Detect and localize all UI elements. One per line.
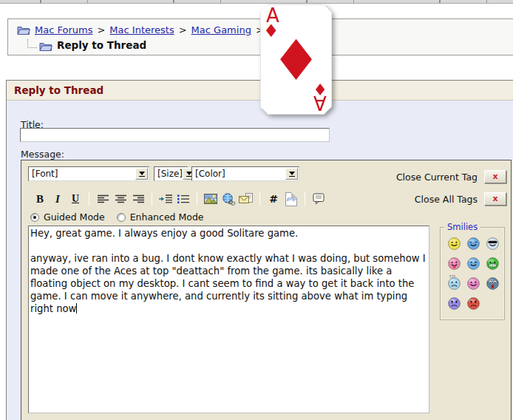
toolbar-separator (197, 192, 197, 206)
floating-card-wrapper: A ♦ ♦ ♦ A (260, 4, 332, 115)
align-center-icon (115, 194, 127, 204)
breadcrumb-current: Reply to Thread (57, 39, 146, 51)
globe-link-icon (222, 193, 236, 206)
smiley-confused-icon[interactable]: ??? (448, 277, 461, 290)
smiley-razz-icon[interactable] (448, 257, 461, 270)
php-code-button[interactable]: php (282, 192, 300, 206)
smiley-eek-icon[interactable] (486, 277, 499, 290)
toolbar-separator (89, 192, 89, 206)
indent-button[interactable] (157, 192, 174, 206)
email-icon (239, 193, 254, 205)
smiley-wink-icon[interactable] (467, 257, 480, 270)
align-left-icon (97, 194, 109, 204)
color-dropdown-value: [Color] (195, 169, 225, 179)
breadcrumb-link-mac-forums[interactable]: Mac Forums (35, 24, 92, 35)
breadcrumb-link-mac-interests[interactable]: Mac Interests (109, 24, 174, 35)
breadcrumb-separator: > (179, 24, 187, 35)
toolbar-separator (259, 192, 260, 206)
align-left-button[interactable] (94, 192, 112, 206)
font-dropdown[interactable]: [Font] (28, 166, 149, 181)
smiley-biggrin-icon[interactable] (486, 257, 499, 270)
breadcrumb-current-row: Reply to Thread (27, 39, 146, 51)
enhanced-mode-radio[interactable] (117, 213, 126, 222)
breadcrumb-separator: > (97, 24, 105, 35)
browser-chrome-edge (0, 0, 513, 4)
message-editor: [Font] [Size] [Color] Close Current Tag … (21, 160, 512, 420)
insert-link-button[interactable] (220, 192, 237, 206)
underline-button[interactable]: U (67, 192, 84, 206)
dropdown-button[interactable] (285, 168, 298, 180)
align-center-button[interactable] (112, 192, 129, 206)
quote-button[interactable] (310, 192, 327, 206)
message-label: Message: (21, 149, 64, 160)
smilies-legend: Smilies (444, 222, 480, 232)
color-dropdown[interactable]: [Color] (191, 166, 299, 181)
smilies-grid: ??? (441, 228, 504, 310)
message-text: Hey, great game. I always enjoy a good S… (30, 228, 429, 314)
indent-icon (158, 194, 173, 204)
guided-mode-radio[interactable] (30, 213, 39, 222)
chevron-down-icon (139, 172, 145, 175)
folder-icon (39, 41, 52, 51)
chevron-down-icon (289, 172, 295, 175)
size-dropdown-value: [Size] (157, 169, 183, 179)
smiley-sly-icon[interactable] (467, 237, 480, 250)
toolbar-separator (152, 192, 152, 206)
close-all-tags-button[interactable]: x (484, 192, 506, 206)
close-all-tags-label: Close All Tags (415, 194, 478, 205)
bold-button[interactable]: B (31, 192, 49, 206)
enhanced-mode-label: Enhanced Mode (130, 211, 204, 223)
text-caret (76, 303, 77, 314)
smiley-smile-icon[interactable] (448, 237, 461, 250)
close-current-tag-button[interactable]: x (484, 170, 506, 183)
dropdown-button[interactable] (135, 168, 148, 180)
toolbar-separator (305, 192, 305, 206)
hash-button[interactable]: # (265, 192, 282, 206)
unordered-list-icon (177, 194, 190, 204)
smiley-cool-icon[interactable] (486, 237, 499, 250)
playing-card[interactable]: A ♦ ♦ ♦ A (260, 4, 332, 115)
smiley-frown-icon[interactable] (448, 297, 461, 310)
close-current-tag-label: Close Current Tag (396, 172, 478, 183)
guided-mode-label: Guided Mode (44, 211, 105, 223)
insert-image-button[interactable] (202, 192, 220, 206)
folder-icon (17, 25, 30, 35)
size-dropdown[interactable]: [Size] (154, 166, 188, 181)
quote-icon (313, 193, 325, 205)
italic-button[interactable]: I (49, 192, 67, 206)
format-toolbar: B I U # php (31, 191, 327, 207)
insert-email-button[interactable] (237, 192, 255, 206)
unordered-list-button[interactable] (174, 192, 192, 206)
image-icon (204, 194, 217, 204)
align-right-icon (132, 194, 145, 204)
card-rank-bottom: A (313, 93, 327, 112)
php-icon: php (285, 192, 297, 206)
smilies-panel: Smilies ??? (440, 227, 505, 320)
breadcrumb-link-mac-gaming[interactable]: Mac Gaming (191, 24, 251, 35)
editor-mode-row: Guided Mode Enhanced Mode (30, 211, 211, 223)
smiley-blush-icon[interactable] (467, 277, 480, 290)
font-dropdown-value: [Font] (32, 169, 58, 179)
title-input[interactable] (20, 128, 330, 142)
message-textarea[interactable]: Hey, great game. I always enjoy a good S… (28, 226, 429, 413)
align-right-button[interactable] (129, 192, 147, 206)
svg-text:???: ??? (449, 274, 456, 279)
smiley-mad-icon[interactable] (467, 297, 480, 310)
reply-panel: Reply to Thread Title: Message: [Font] [… (6, 80, 513, 420)
tree-connector (27, 39, 37, 48)
